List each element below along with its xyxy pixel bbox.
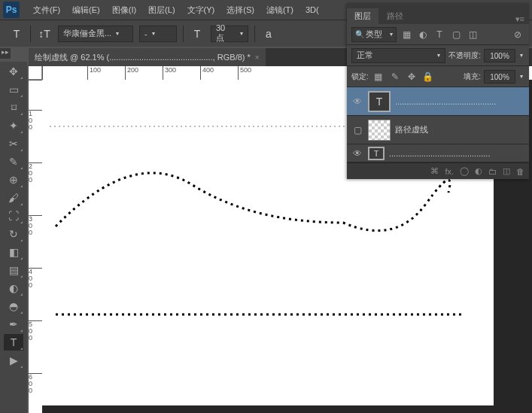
text-orientation-icon[interactable]: ↕T xyxy=(37,26,52,41)
layer-visibility-icon[interactable]: 👁 xyxy=(347,96,368,107)
layer-mask-icon[interactable]: ◯ xyxy=(460,166,469,176)
link-layers-icon[interactable]: ⌘ xyxy=(430,166,439,176)
fill-input[interactable]: 100% xyxy=(484,70,515,84)
layer-row[interactable]: ▢ 路径虚线 xyxy=(347,116,529,144)
font-size-value: 30 点 xyxy=(216,23,236,44)
fill-flyout-icon[interactable]: ▾ xyxy=(518,73,524,80)
menu-image[interactable]: 图像(I) xyxy=(106,5,142,16)
menu-edit[interactable]: 编辑(E) xyxy=(66,5,106,16)
type-tool[interactable]: T xyxy=(4,334,23,351)
layer-row[interactable]: 👁 T ....................................… xyxy=(347,144,529,162)
document-tab-title: 绘制虚线 @ 62.1% (..........................… xyxy=(35,52,251,63)
filter-adjust-icon[interactable]: ◐ xyxy=(416,28,430,41)
filter-toggle-icon[interactable]: ⊘ xyxy=(511,28,524,41)
layer-group-icon[interactable]: 🗀 xyxy=(488,167,497,176)
pen-tool[interactable]: ✒ xyxy=(4,316,23,333)
layer-thumbnail-type-icon[interactable]: T xyxy=(368,91,391,112)
tab-paths[interactable]: 路径 xyxy=(379,8,411,24)
marquee-tool[interactable]: ▭ xyxy=(4,81,23,98)
opacity-label: 不透明度: xyxy=(448,50,481,61)
font-style-dropdown[interactable]: - xyxy=(139,26,177,42)
menu-filter[interactable]: 滤镜(T) xyxy=(260,5,299,16)
filter-shape-icon[interactable]: ▢ xyxy=(449,28,463,41)
lock-pixels-icon[interactable]: ✎ xyxy=(388,70,402,84)
toolbox: ✥ ▭ ⌑ ✦ ✂ ✎ ⊕ 🖌 ⛶ ↻ ◧ ▤ ◐ ◓ ✒ T ▶ xyxy=(0,62,27,413)
filter-pixel-icon[interactable]: ▦ xyxy=(400,28,413,41)
menu-3d[interactable]: 3D( xyxy=(299,5,325,14)
brush-tool[interactable]: 🖌 xyxy=(4,190,23,206)
tab-close-icon[interactable]: × xyxy=(255,53,260,62)
font-size-dropdown[interactable]: 30 点 xyxy=(211,26,248,42)
adjustment-layer-icon[interactable]: ◐ xyxy=(475,166,482,176)
layer-name[interactable]: 路径虚线 xyxy=(395,124,428,135)
ruler-origin[interactable] xyxy=(29,66,42,80)
opacity-flyout-icon[interactable]: ▾ xyxy=(518,52,524,59)
blur-tool[interactable]: ◐ xyxy=(4,280,23,296)
dodge-tool[interactable]: ◓ xyxy=(4,298,23,314)
layer-thumbnail-type-icon[interactable]: T xyxy=(368,147,385,160)
lasso-tool[interactable]: ⌑ xyxy=(4,99,23,116)
menu-layer[interactable]: 图层(L) xyxy=(142,5,181,16)
expand-panels-icon[interactable]: ▸▸ xyxy=(0,48,11,59)
layer-row[interactable]: 👁 T ....................................… xyxy=(347,87,529,116)
layers-panel-footer: ⌘ fx. ◯ ◐ 🗀 ◫ 🗑 xyxy=(347,162,529,179)
text-tool-icon: T xyxy=(9,26,24,41)
lock-label: 锁定: xyxy=(351,71,369,82)
vertical-ruler[interactable]: 100 200 300 400 500 600 700 xyxy=(29,80,42,413)
wand-tool[interactable]: ✦ xyxy=(4,117,23,134)
opacity-input[interactable]: 100% xyxy=(484,49,515,62)
tab-layers[interactable]: 图层 xyxy=(347,8,378,24)
layer-name[interactable]: ........................................… xyxy=(395,97,496,106)
crop-tool[interactable]: ✂ xyxy=(4,135,23,152)
panel-menu-icon[interactable]: ▾≡ xyxy=(511,14,529,24)
healing-tool[interactable]: ⊕ xyxy=(4,172,23,188)
delete-layer-icon[interactable]: 🗑 xyxy=(516,167,524,176)
layer-list: 👁 T ....................................… xyxy=(347,87,529,162)
layers-panel: 图层 路径 ▾≡ 类型 ▦ ◐ T ▢ ◫ ⊘ 正常 不透明度: 100% ▾ … xyxy=(347,3,529,179)
layer-visibility-icon[interactable]: 👁 xyxy=(347,148,368,159)
stamp-tool[interactable]: ⛶ xyxy=(4,208,23,224)
filter-smart-icon[interactable]: ◫ xyxy=(466,28,479,41)
font-family-dropdown[interactable]: 华康俪金黑... xyxy=(58,26,133,42)
menu-select[interactable]: 选择(S) xyxy=(220,5,260,16)
antialias-label: a xyxy=(261,26,276,41)
eyedropper-tool[interactable]: ✎ xyxy=(4,153,23,170)
history-brush-tool[interactable]: ↻ xyxy=(4,226,23,242)
layer-visibility-icon[interactable]: ▢ xyxy=(347,125,368,135)
layer-thumbnail-raster-icon[interactable] xyxy=(368,120,391,141)
lock-transparent-icon[interactable]: ▦ xyxy=(372,70,385,84)
layer-style-icon[interactable]: fx. xyxy=(445,167,454,176)
font-style-value: - xyxy=(144,29,147,38)
font-family-value: 华康俪金黑... xyxy=(63,28,111,39)
lock-position-icon[interactable]: ✥ xyxy=(405,70,418,84)
eraser-tool[interactable]: ◧ xyxy=(4,244,23,260)
path-select-tool[interactable]: ▶ xyxy=(4,352,23,369)
menu-type[interactable]: 文字(Y) xyxy=(181,5,221,16)
blend-mode-dropdown[interactable]: 正常 xyxy=(351,48,445,63)
filter-type-icon[interactable]: T xyxy=(433,28,446,41)
menu-file[interactable]: 文件(F) xyxy=(27,5,66,16)
gradient-tool[interactable]: ▤ xyxy=(4,262,23,278)
lock-all-icon[interactable]: 🔒 xyxy=(421,70,435,84)
layer-name[interactable]: ........................................… xyxy=(389,149,490,158)
app-logo: Ps xyxy=(3,2,20,18)
new-layer-icon[interactable]: ◫ xyxy=(503,166,510,176)
fill-label: 填充: xyxy=(464,71,481,82)
document-tab[interactable]: 绘制虚线 @ 62.1% (..........................… xyxy=(29,48,266,66)
font-size-icon: T xyxy=(190,26,205,41)
layer-filter-kind-dropdown[interactable]: 类型 xyxy=(351,27,397,42)
move-tool[interactable]: ✥ xyxy=(4,63,23,80)
